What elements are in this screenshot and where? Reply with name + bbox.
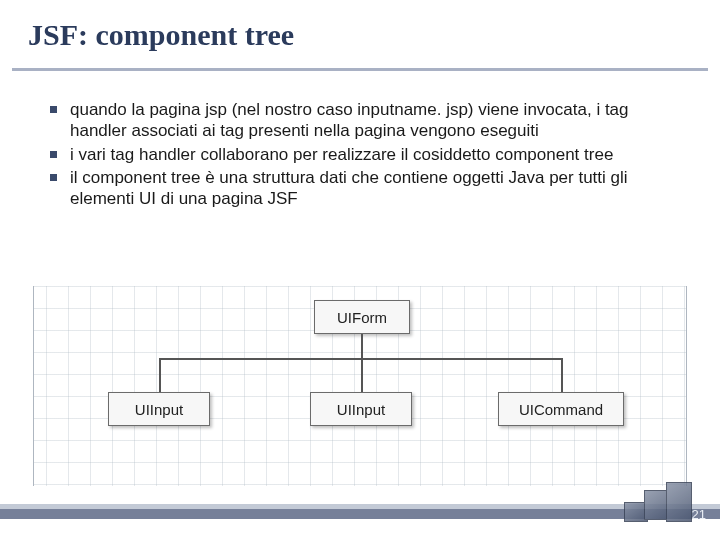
bullet-item: quando la pagina jsp (nel nostro caso in…	[48, 99, 672, 142]
diagram-connector	[561, 358, 563, 392]
diagram-node-root: UIForm	[314, 300, 410, 334]
bullet-list: quando la pagina jsp (nel nostro caso in…	[48, 99, 672, 209]
footer-graphic	[624, 482, 694, 528]
diagram-connector	[361, 334, 363, 358]
bullet-item: il component tree è una struttura dati c…	[48, 167, 672, 210]
content-area: quando la pagina jsp (nel nostro caso in…	[0, 71, 720, 209]
page-number: 21	[692, 507, 706, 522]
diagram-node-child: UIInput	[310, 392, 412, 426]
diagram-connector	[361, 358, 363, 392]
bullet-item: i vari tag handler collaborano per reali…	[48, 144, 672, 165]
page-title: JSF: component tree	[28, 18, 692, 52]
diagram-node-child: UIInput	[108, 392, 210, 426]
diagram-connector	[159, 358, 161, 392]
diagram-node-child: UICommand	[498, 392, 624, 426]
diagram-edge	[24, 286, 34, 486]
diagram: UIForm UIInput UIInput UICommand	[24, 286, 696, 486]
footer-bar-dark	[0, 509, 720, 519]
diagram-edge	[686, 286, 696, 486]
title-area: JSF: component tree	[0, 0, 720, 60]
slide: JSF: component tree quando la pagina jsp…	[0, 0, 720, 540]
footer-bar	[0, 504, 720, 522]
